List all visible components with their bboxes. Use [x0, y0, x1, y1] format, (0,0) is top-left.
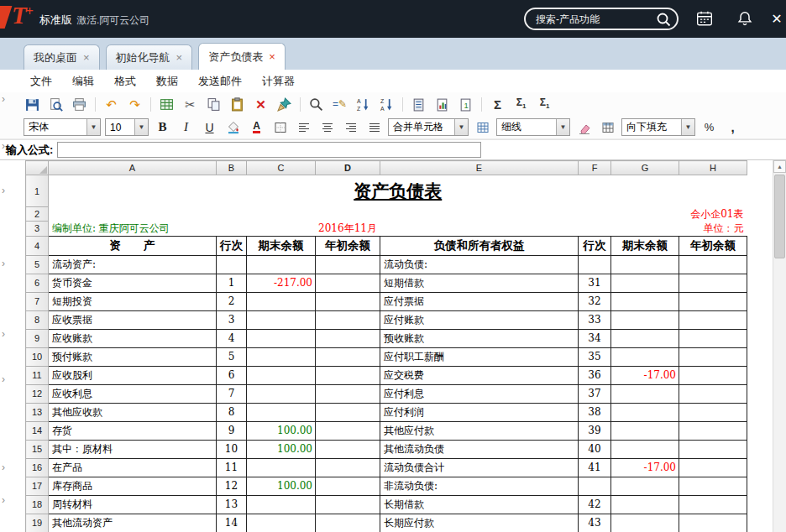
- cell-E11[interactable]: 应交税费: [380, 366, 579, 384]
- cell-F3[interactable]: [579, 222, 611, 237]
- cell-A5[interactable]: 流动资产:: [49, 255, 217, 274]
- row-header-5[interactable]: 5: [26, 255, 49, 274]
- column-header-G[interactable]: G: [611, 161, 679, 175]
- cell-B10[interactable]: 5: [217, 347, 247, 366]
- cell-B18[interactable]: 13: [217, 495, 247, 514]
- grid-borders-button[interactable]: [473, 117, 492, 137]
- header-liability[interactable]: 负债和所有者权益: [380, 236, 579, 255]
- cell-F10[interactable]: 35: [579, 347, 611, 366]
- header-ending-balance[interactable]: 期末余额: [247, 236, 316, 255]
- export-grid-icon[interactable]: [156, 94, 177, 114]
- cell-C13[interactable]: [247, 403, 316, 421]
- undo-icon[interactable]: ↶: [101, 94, 122, 114]
- column-header-C[interactable]: C: [247, 161, 316, 175]
- column-header-A[interactable]: A: [49, 161, 217, 175]
- cell-B5[interactable]: [217, 255, 247, 274]
- cell-C9[interactable]: [247, 329, 316, 347]
- paste-format-icon[interactable]: [408, 94, 429, 114]
- report-period[interactable]: 2016年11月: [316, 222, 380, 237]
- sort-ascending-icon[interactable]: AZ: [353, 94, 374, 114]
- cell-B9[interactable]: 4: [217, 329, 247, 347]
- fill-color-button[interactable]: [223, 117, 243, 137]
- row-header-16[interactable]: 16: [26, 458, 49, 477]
- cell-G18[interactable]: [611, 495, 679, 514]
- cell-G3[interactable]: [611, 222, 679, 237]
- cell-G19[interactable]: [611, 514, 679, 532]
- cell-C14[interactable]: 100.00: [247, 421, 316, 440]
- cell-D18[interactable]: [316, 495, 380, 514]
- cell-H14[interactable]: [679, 421, 747, 440]
- search-input[interactable]: [526, 13, 656, 26]
- menu-item-6[interactable]: 计算器: [252, 74, 305, 89]
- cell-B11[interactable]: 6: [217, 366, 247, 384]
- cell-F12[interactable]: 37: [579, 384, 611, 403]
- cell-G15[interactable]: [611, 440, 679, 458]
- tab-close-icon[interactable]: ×: [83, 52, 90, 63]
- format-painter-icon[interactable]: [274, 94, 295, 114]
- row-header-19[interactable]: 19: [26, 514, 49, 532]
- cell-G11[interactable]: -17.00: [611, 366, 679, 384]
- cell-D15[interactable]: [316, 440, 380, 458]
- cell-F15[interactable]: 40: [579, 440, 611, 458]
- paste-chart-icon[interactable]: [432, 94, 453, 114]
- align-right-button[interactable]: [341, 117, 360, 137]
- header-ending-balance-2[interactable]: 期末余额: [611, 236, 679, 255]
- row-header-3[interactable]: 3: [26, 222, 49, 237]
- row-header-13[interactable]: 13: [26, 403, 49, 421]
- cell-H11[interactable]: [679, 366, 747, 384]
- cell-D17[interactable]: [316, 477, 380, 495]
- form-code[interactable]: 会小企01表: [679, 207, 747, 222]
- select-all-corner[interactable]: [26, 161, 49, 175]
- cell-A11[interactable]: 应收股利: [49, 366, 217, 384]
- cell-E18[interactable]: 长期借款: [380, 495, 579, 514]
- cell-C11[interactable]: [247, 366, 316, 384]
- cell-C19[interactable]: [247, 514, 316, 532]
- cell-A19[interactable]: 其他流动资产: [49, 514, 217, 532]
- calendar-icon[interactable]: [695, 9, 714, 28]
- cell-F11[interactable]: 36: [579, 366, 611, 384]
- cell-H19[interactable]: [679, 514, 747, 532]
- cell-G9[interactable]: [611, 329, 679, 347]
- cell-H13[interactable]: [679, 403, 747, 421]
- panel-expand-chevron-icon[interactable]: ›: [2, 141, 12, 151]
- notification-bell-icon[interactable]: [736, 9, 754, 28]
- underline-button[interactable]: U: [200, 117, 219, 137]
- header-asset[interactable]: 资 产: [49, 236, 217, 255]
- cell-H16[interactable]: [679, 458, 747, 477]
- row-header-8[interactable]: 8: [26, 310, 49, 329]
- cell-C7[interactable]: [247, 292, 316, 310]
- save-icon[interactable]: [22, 94, 43, 114]
- print-preview-icon[interactable]: [45, 94, 66, 114]
- cell-C3[interactable]: [247, 222, 316, 237]
- cell-E19[interactable]: 长期应付款: [380, 514, 579, 532]
- cell-H12[interactable]: [679, 384, 747, 403]
- cell-D9[interactable]: [316, 329, 380, 347]
- eraser-button[interactable]: [574, 117, 594, 137]
- copy-icon[interactable]: [203, 94, 224, 114]
- find-icon[interactable]: [306, 94, 327, 114]
- subtotal-2-icon[interactable]: Σ1: [534, 94, 555, 114]
- cell-A14[interactable]: 存货: [49, 421, 217, 440]
- cell-B6[interactable]: 1: [217, 274, 247, 292]
- report-title[interactable]: 资产负债表: [49, 175, 747, 207]
- cell-H7[interactable]: [679, 292, 747, 310]
- header-line-no-2[interactable]: 行次: [579, 236, 611, 255]
- cell-D16[interactable]: [316, 458, 380, 477]
- cell-C10[interactable]: [247, 347, 316, 366]
- font-family-select[interactable]: 宋体 ▼: [24, 118, 101, 136]
- row-header-2[interactable]: 2: [26, 207, 49, 222]
- cell-E6[interactable]: 短期借款: [380, 274, 579, 292]
- line-style-select[interactable]: 细线 ▼: [496, 118, 570, 136]
- comma-format-button[interactable]: ,: [723, 117, 742, 137]
- prepared-by[interactable]: 编制单位: 重庆阿可云公司: [49, 222, 217, 237]
- merge-cells-select[interactable]: 合并单元格 ▼: [388, 118, 469, 136]
- cell-G6[interactable]: [611, 274, 679, 292]
- cell-G12[interactable]: [611, 384, 679, 403]
- column-header-H[interactable]: H: [679, 161, 747, 175]
- cell-F8[interactable]: 33: [579, 310, 611, 329]
- sort-descending-icon[interactable]: ZA: [376, 94, 397, 114]
- search-box[interactable]: [524, 8, 679, 30]
- cell-H5[interactable]: [679, 255, 747, 274]
- cell-B3[interactable]: [217, 222, 247, 237]
- cell-C12[interactable]: [247, 384, 316, 403]
